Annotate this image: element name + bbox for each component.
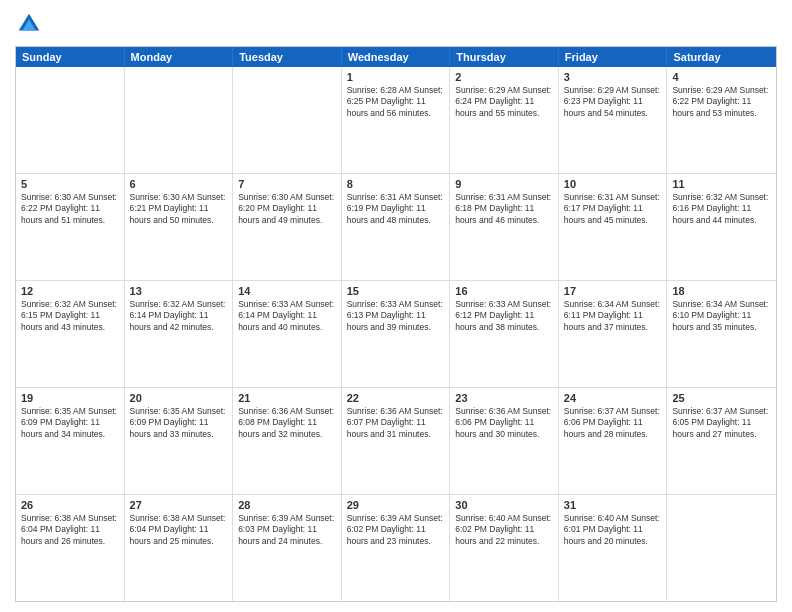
cell-info: Sunrise: 6:39 AM Sunset: 6:02 PM Dayligh… — [347, 513, 445, 547]
calendar-cell: 30Sunrise: 6:40 AM Sunset: 6:02 PM Dayli… — [450, 495, 559, 601]
calendar-cell: 11Sunrise: 6:32 AM Sunset: 6:16 PM Dayli… — [667, 174, 776, 280]
cell-info: Sunrise: 6:29 AM Sunset: 6:24 PM Dayligh… — [455, 85, 553, 119]
page: SundayMondayTuesdayWednesdayThursdayFrid… — [0, 0, 792, 612]
calendar-cell: 19Sunrise: 6:35 AM Sunset: 6:09 PM Dayli… — [16, 388, 125, 494]
cell-day-number: 25 — [672, 392, 771, 404]
day-header-sunday: Sunday — [16, 47, 125, 67]
cell-day-number: 26 — [21, 499, 119, 511]
cell-day-number: 21 — [238, 392, 336, 404]
cell-info: Sunrise: 6:35 AM Sunset: 6:09 PM Dayligh… — [130, 406, 228, 440]
cell-info: Sunrise: 6:31 AM Sunset: 6:17 PM Dayligh… — [564, 192, 662, 226]
cell-day-number: 29 — [347, 499, 445, 511]
calendar-cell: 2Sunrise: 6:29 AM Sunset: 6:24 PM Daylig… — [450, 67, 559, 173]
day-headers: SundayMondayTuesdayWednesdayThursdayFrid… — [16, 47, 776, 67]
cell-info: Sunrise: 6:31 AM Sunset: 6:18 PM Dayligh… — [455, 192, 553, 226]
cell-info: Sunrise: 6:36 AM Sunset: 6:08 PM Dayligh… — [238, 406, 336, 440]
calendar-cell: 28Sunrise: 6:39 AM Sunset: 6:03 PM Dayli… — [233, 495, 342, 601]
cell-info: Sunrise: 6:31 AM Sunset: 6:19 PM Dayligh… — [347, 192, 445, 226]
calendar-cell: 25Sunrise: 6:37 AM Sunset: 6:05 PM Dayli… — [667, 388, 776, 494]
cell-info: Sunrise: 6:28 AM Sunset: 6:25 PM Dayligh… — [347, 85, 445, 119]
calendar-cell — [16, 67, 125, 173]
logo-icon — [15, 10, 43, 38]
cell-day-number: 10 — [564, 178, 662, 190]
calendar-row-4: 19Sunrise: 6:35 AM Sunset: 6:09 PM Dayli… — [16, 388, 776, 495]
cell-info: Sunrise: 6:29 AM Sunset: 6:23 PM Dayligh… — [564, 85, 662, 119]
cell-day-number: 30 — [455, 499, 553, 511]
calendar-cell: 16Sunrise: 6:33 AM Sunset: 6:12 PM Dayli… — [450, 281, 559, 387]
calendar-cell: 31Sunrise: 6:40 AM Sunset: 6:01 PM Dayli… — [559, 495, 668, 601]
calendar-cell: 23Sunrise: 6:36 AM Sunset: 6:06 PM Dayli… — [450, 388, 559, 494]
cell-day-number: 20 — [130, 392, 228, 404]
calendar-cell: 8Sunrise: 6:31 AM Sunset: 6:19 PM Daylig… — [342, 174, 451, 280]
cell-info: Sunrise: 6:40 AM Sunset: 6:01 PM Dayligh… — [564, 513, 662, 547]
cell-day-number: 1 — [347, 71, 445, 83]
cell-info: Sunrise: 6:33 AM Sunset: 6:13 PM Dayligh… — [347, 299, 445, 333]
calendar-cell: 1Sunrise: 6:28 AM Sunset: 6:25 PM Daylig… — [342, 67, 451, 173]
cell-day-number: 19 — [21, 392, 119, 404]
day-header-saturday: Saturday — [667, 47, 776, 67]
cell-day-number: 4 — [672, 71, 771, 83]
cell-info: Sunrise: 6:35 AM Sunset: 6:09 PM Dayligh… — [21, 406, 119, 440]
cell-info: Sunrise: 6:30 AM Sunset: 6:22 PM Dayligh… — [21, 192, 119, 226]
day-header-tuesday: Tuesday — [233, 47, 342, 67]
cell-day-number: 14 — [238, 285, 336, 297]
cell-info: Sunrise: 6:39 AM Sunset: 6:03 PM Dayligh… — [238, 513, 336, 547]
cell-day-number: 3 — [564, 71, 662, 83]
calendar-cell: 5Sunrise: 6:30 AM Sunset: 6:22 PM Daylig… — [16, 174, 125, 280]
calendar-cell: 29Sunrise: 6:39 AM Sunset: 6:02 PM Dayli… — [342, 495, 451, 601]
cell-day-number: 9 — [455, 178, 553, 190]
calendar-cell: 21Sunrise: 6:36 AM Sunset: 6:08 PM Dayli… — [233, 388, 342, 494]
cell-info: Sunrise: 6:34 AM Sunset: 6:10 PM Dayligh… — [672, 299, 771, 333]
cell-day-number: 27 — [130, 499, 228, 511]
cell-info: Sunrise: 6:29 AM Sunset: 6:22 PM Dayligh… — [672, 85, 771, 119]
day-header-thursday: Thursday — [450, 47, 559, 67]
cell-day-number: 22 — [347, 392, 445, 404]
calendar-cell: 24Sunrise: 6:37 AM Sunset: 6:06 PM Dayli… — [559, 388, 668, 494]
cell-day-number: 13 — [130, 285, 228, 297]
calendar-body: 1Sunrise: 6:28 AM Sunset: 6:25 PM Daylig… — [16, 67, 776, 601]
cell-day-number: 11 — [672, 178, 771, 190]
calendar-cell: 20Sunrise: 6:35 AM Sunset: 6:09 PM Dayli… — [125, 388, 234, 494]
day-header-monday: Monday — [125, 47, 234, 67]
cell-day-number: 24 — [564, 392, 662, 404]
calendar-cell: 14Sunrise: 6:33 AM Sunset: 6:14 PM Dayli… — [233, 281, 342, 387]
calendar: SundayMondayTuesdayWednesdayThursdayFrid… — [15, 46, 777, 602]
cell-day-number: 17 — [564, 285, 662, 297]
calendar-cell: 17Sunrise: 6:34 AM Sunset: 6:11 PM Dayli… — [559, 281, 668, 387]
calendar-cell — [667, 495, 776, 601]
calendar-cell: 13Sunrise: 6:32 AM Sunset: 6:14 PM Dayli… — [125, 281, 234, 387]
cell-info: Sunrise: 6:38 AM Sunset: 6:04 PM Dayligh… — [21, 513, 119, 547]
logo — [15, 10, 47, 38]
cell-info: Sunrise: 6:40 AM Sunset: 6:02 PM Dayligh… — [455, 513, 553, 547]
calendar-cell: 18Sunrise: 6:34 AM Sunset: 6:10 PM Dayli… — [667, 281, 776, 387]
cell-info: Sunrise: 6:33 AM Sunset: 6:12 PM Dayligh… — [455, 299, 553, 333]
calendar-cell: 3Sunrise: 6:29 AM Sunset: 6:23 PM Daylig… — [559, 67, 668, 173]
header — [15, 10, 777, 38]
cell-info: Sunrise: 6:36 AM Sunset: 6:06 PM Dayligh… — [455, 406, 553, 440]
cell-info: Sunrise: 6:32 AM Sunset: 6:14 PM Dayligh… — [130, 299, 228, 333]
cell-day-number: 6 — [130, 178, 228, 190]
cell-day-number: 8 — [347, 178, 445, 190]
calendar-cell: 4Sunrise: 6:29 AM Sunset: 6:22 PM Daylig… — [667, 67, 776, 173]
cell-day-number: 18 — [672, 285, 771, 297]
calendar-row-3: 12Sunrise: 6:32 AM Sunset: 6:15 PM Dayli… — [16, 281, 776, 388]
cell-info: Sunrise: 6:33 AM Sunset: 6:14 PM Dayligh… — [238, 299, 336, 333]
cell-day-number: 2 — [455, 71, 553, 83]
calendar-cell: 12Sunrise: 6:32 AM Sunset: 6:15 PM Dayli… — [16, 281, 125, 387]
cell-info: Sunrise: 6:32 AM Sunset: 6:15 PM Dayligh… — [21, 299, 119, 333]
cell-info: Sunrise: 6:30 AM Sunset: 6:20 PM Dayligh… — [238, 192, 336, 226]
cell-info: Sunrise: 6:30 AM Sunset: 6:21 PM Dayligh… — [130, 192, 228, 226]
day-header-friday: Friday — [559, 47, 668, 67]
cell-day-number: 12 — [21, 285, 119, 297]
calendar-cell: 26Sunrise: 6:38 AM Sunset: 6:04 PM Dayli… — [16, 495, 125, 601]
cell-day-number: 5 — [21, 178, 119, 190]
cell-day-number: 28 — [238, 499, 336, 511]
cell-day-number: 16 — [455, 285, 553, 297]
cell-info: Sunrise: 6:32 AM Sunset: 6:16 PM Dayligh… — [672, 192, 771, 226]
calendar-cell: 6Sunrise: 6:30 AM Sunset: 6:21 PM Daylig… — [125, 174, 234, 280]
calendar-cell: 15Sunrise: 6:33 AM Sunset: 6:13 PM Dayli… — [342, 281, 451, 387]
cell-info: Sunrise: 6:37 AM Sunset: 6:06 PM Dayligh… — [564, 406, 662, 440]
cell-day-number: 15 — [347, 285, 445, 297]
calendar-cell: 9Sunrise: 6:31 AM Sunset: 6:18 PM Daylig… — [450, 174, 559, 280]
cell-day-number: 31 — [564, 499, 662, 511]
